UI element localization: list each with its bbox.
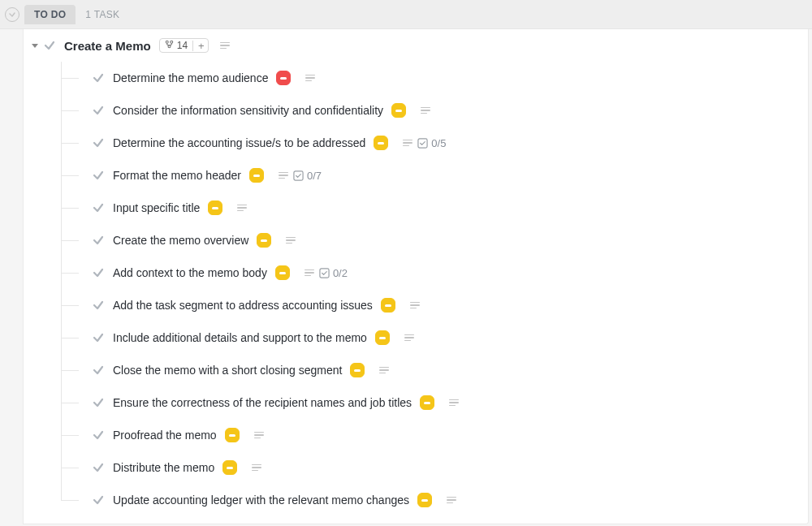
task-list: Create a Memo 14 + Determine the memo au… [23,29,809,524]
subtask-row[interactable]: Consider the information sensitivity and… [61,94,808,127]
priority-flag-icon[interactable] [417,493,432,507]
priority-flag-icon[interactable] [276,71,291,85]
subtask-row[interactable]: Update accounting ledger with the releva… [61,484,808,516]
subtask-title[interactable]: Input specific title [113,201,200,214]
complete-check-icon[interactable] [92,299,105,312]
subtask-title[interactable]: Ensure the correctness of the recipient … [113,396,412,409]
subtask-title[interactable]: Add the task segment to address accounti… [113,299,373,312]
svg-rect-5 [418,138,427,147]
priority-flag-icon[interactable] [208,200,222,215]
priority-flag-icon[interactable] [350,363,365,377]
description-icon[interactable] [252,464,261,472]
svg-rect-9 [320,268,329,277]
svg-rect-6 [294,170,303,179]
complete-check-icon[interactable] [92,494,105,507]
subtask-title[interactable]: Include additional details and support t… [113,331,367,344]
subtask-row[interactable]: Create the memo overview [61,224,808,257]
task-count-label: 1 TASK [85,9,119,20]
description-icon[interactable] [404,334,414,342]
complete-check-icon[interactable] [92,104,105,117]
subtask-title[interactable]: Update accounting ledger with the releva… [113,494,409,507]
subtask-row[interactable]: Ensure the correctness of the recipient … [61,386,808,419]
description-icon[interactable] [237,205,247,212]
parent-task-row[interactable]: Create a Memo 14 + [24,29,808,62]
subtask-row[interactable]: Proofread the memo [61,419,808,451]
subtask-row[interactable]: Add the task segment to address accounti… [61,289,808,321]
complete-check-icon[interactable] [92,71,105,84]
priority-flag-icon[interactable] [222,460,237,475]
description-icon[interactable] [379,367,389,374]
subtask-row[interactable]: Include additional details and support t… [61,321,808,354]
subtask-title[interactable]: Proofread the memo [113,429,217,442]
subtask-row[interactable]: Input specific title [61,192,808,224]
subtask-count: 14 [177,40,188,51]
priority-flag-icon[interactable] [375,330,390,345]
add-subtask-button[interactable]: + [192,41,205,51]
checklist-badge[interactable]: 0/7 [293,170,322,182]
page: TO DO 1 TASK Create a Memo 14 + [0,0,812,526]
complete-check-icon[interactable] [92,201,105,214]
description-icon[interactable] [449,399,459,407]
subtask-title[interactable]: Format the memo header [113,169,241,182]
priority-flag-icon[interactable] [381,298,395,313]
checklist-badge[interactable]: 0/2 [319,267,348,279]
subtask-title[interactable]: Distribute the memo [113,461,214,474]
checklist-badge[interactable]: 0/5 [417,137,446,149]
status-header: TO DO 1 TASK [0,0,812,29]
subtask-row[interactable]: Close the memo with a short closing segm… [61,354,808,386]
subtask-title[interactable]: Consider the information sensitivity and… [113,104,383,117]
checklist-count: 0/5 [431,137,446,149]
priority-flag-icon[interactable] [391,103,406,118]
description-icon[interactable] [254,432,264,439]
description-icon[interactable] [447,497,456,504]
subtask-list: Determine the memo audience Consider the… [24,62,808,516]
subtask-title[interactable]: Determine the memo audience [113,71,268,84]
subtask-row[interactable]: Determine the memo audience [61,62,808,94]
svg-point-0 [166,41,168,43]
checklist-count: 0/2 [333,267,348,279]
priority-flag-icon[interactable] [374,136,388,150]
priority-flag-icon[interactable] [420,395,434,410]
complete-check-icon[interactable] [92,396,105,409]
subtask-row[interactable]: Distribute the memo [61,451,808,484]
priority-flag-icon[interactable] [275,265,290,280]
description-icon[interactable] [421,107,430,114]
subtask-title[interactable]: Close the memo with a short closing segm… [113,364,342,377]
complete-check-icon[interactable] [43,39,56,52]
checklist-count: 0/7 [307,170,322,182]
complete-check-icon[interactable] [92,136,105,149]
description-icon[interactable] [410,302,420,309]
complete-check-icon[interactable] [92,169,105,182]
priority-flag-icon[interactable] [257,233,271,248]
subtask-title[interactable]: Add context to the memo body [113,266,267,279]
description-icon[interactable] [403,140,412,147]
branch-icon [165,40,174,51]
subtask-title[interactable]: Determine the accounting issue/s to be a… [113,136,365,149]
complete-check-icon[interactable] [92,364,105,377]
complete-check-icon[interactable] [92,234,105,247]
priority-flag-icon[interactable] [225,428,240,442]
status-circle-icon[interactable] [5,7,19,22]
description-icon[interactable] [305,75,315,82]
parent-task-title[interactable]: Create a Memo [64,39,151,53]
complete-check-icon[interactable] [92,461,105,474]
description-icon[interactable] [286,237,296,244]
complete-check-icon[interactable] [92,331,105,344]
description-icon[interactable] [279,172,288,179]
subtask-title[interactable]: Create the memo overview [113,234,248,247]
priority-flag-icon[interactable] [249,168,264,183]
complete-check-icon[interactable] [92,266,105,279]
subtask-row[interactable]: Add context to the memo body 0/2 [61,257,808,289]
subtask-row[interactable]: Format the memo header 0/7 [61,159,808,192]
complete-check-icon[interactable] [92,429,105,442]
subtask-row[interactable]: Determine the accounting issue/s to be a… [61,127,808,159]
status-chip[interactable]: TO DO [24,5,76,24]
description-icon[interactable] [220,42,230,50]
collapse-caret-icon[interactable] [32,44,38,48]
svg-point-1 [171,41,173,43]
subtask-count-badge[interactable]: 14 + [159,38,209,53]
description-icon[interactable] [304,269,314,277]
